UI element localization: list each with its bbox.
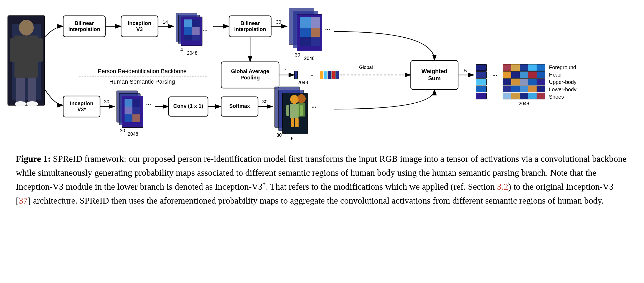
svg-point-151	[297, 94, 306, 103]
svg-rect-11	[38, 38, 43, 62]
svg-rect-63	[336, 71, 339, 79]
svg-text:Human Semantic Parsing: Human Semantic Parsing	[109, 78, 175, 85]
svg-text:30: 30	[104, 99, 109, 104]
svg-text:···: ···	[146, 101, 151, 108]
caption-text: Figure 1: SPReID framework: our proposed…	[16, 152, 628, 208]
svg-rect-46	[300, 37, 311, 46]
page: Bilinear Interpolation Inception V3 14	[0, 0, 644, 283]
svg-rect-126	[132, 99, 140, 107]
svg-text:2048: 2048	[128, 132, 138, 137]
svg-rect-7	[28, 78, 36, 104]
svg-rect-128	[132, 107, 140, 114]
svg-text:Global Average: Global Average	[231, 68, 269, 74]
svg-rect-129	[125, 114, 132, 122]
svg-rect-149	[286, 105, 289, 116]
svg-point-8	[15, 101, 26, 107]
svg-rect-45	[311, 28, 320, 37]
svg-rect-106	[528, 93, 537, 99]
svg-rect-26	[184, 27, 192, 35]
caption-ref2: 37	[19, 196, 28, 205]
svg-rect-27	[192, 27, 200, 35]
svg-text:1: 1	[285, 68, 287, 73]
svg-text:Upper-body: Upper-body	[549, 79, 577, 85]
svg-rect-47	[311, 37, 320, 46]
caption-ref1: 3.2	[497, 182, 508, 192]
svg-text:14: 14	[163, 19, 168, 25]
svg-text:···: ···	[203, 28, 207, 34]
svg-rect-94	[528, 79, 537, 85]
svg-text:2048: 2048	[187, 50, 197, 56]
svg-text:Weighted: Weighted	[422, 68, 448, 74]
svg-rect-73	[476, 72, 487, 78]
svg-rect-24	[184, 19, 192, 27]
figure-label: Figure 1:	[16, 154, 51, 164]
svg-text:5: 5	[291, 136, 294, 141]
svg-rect-25	[192, 19, 200, 27]
svg-text:Global: Global	[359, 65, 373, 70]
svg-rect-107	[537, 93, 545, 99]
svg-rect-147	[291, 118, 294, 127]
svg-rect-61	[328, 71, 331, 79]
svg-rect-57	[294, 71, 298, 79]
svg-rect-59	[320, 71, 323, 79]
svg-text:Inception: Inception	[70, 100, 93, 106]
svg-rect-95	[537, 79, 545, 85]
svg-rect-92	[511, 79, 520, 85]
svg-text:···: ···	[311, 104, 316, 110]
svg-text:Softmax: Softmax	[229, 103, 250, 109]
svg-rect-99	[520, 86, 528, 92]
svg-text:Sum: Sum	[428, 75, 441, 82]
svg-rect-74	[476, 79, 487, 85]
svg-text:Conv (1 x 1): Conv (1 x 1)	[173, 103, 203, 109]
svg-rect-83	[537, 64, 545, 71]
svg-text:Foreground: Foreground	[549, 64, 576, 70]
svg-point-145	[290, 95, 299, 104]
svg-rect-44	[300, 28, 311, 37]
svg-rect-105	[520, 93, 528, 99]
svg-text:V3: V3	[136, 26, 143, 32]
svg-text:30: 30	[276, 19, 281, 25]
svg-rect-100	[528, 86, 537, 92]
svg-rect-87	[520, 72, 528, 78]
svg-text:30: 30	[120, 128, 125, 133]
svg-rect-42	[300, 17, 311, 28]
svg-rect-88	[528, 72, 537, 78]
svg-text:···: ···	[492, 72, 497, 79]
svg-rect-146	[290, 104, 299, 118]
svg-text:Person Re-identification Backb: Person Re-identification Backbone	[98, 68, 187, 74]
svg-rect-85	[503, 72, 511, 78]
svg-rect-10	[10, 38, 15, 62]
svg-rect-29	[192, 35, 200, 41]
svg-text:2048: 2048	[304, 56, 315, 61]
svg-rect-80	[511, 64, 520, 71]
svg-text:Bilinear: Bilinear	[240, 20, 260, 26]
svg-text:Interpolation: Interpolation	[234, 26, 266, 32]
svg-rect-72	[476, 64, 487, 71]
svg-text:Bilinear: Bilinear	[75, 20, 94, 26]
svg-rect-91	[503, 79, 511, 85]
caption-text2: . That refers to the modifications which…	[266, 182, 497, 192]
svg-rect-86	[511, 72, 520, 78]
caption-area: Figure 1: SPReID framework: our proposed…	[0, 147, 644, 216]
svg-rect-79	[503, 64, 511, 71]
svg-rect-127	[125, 107, 132, 114]
svg-rect-82	[528, 64, 537, 71]
svg-text:30: 30	[276, 133, 282, 138]
svg-rect-60	[324, 71, 327, 79]
svg-rect-81	[520, 64, 528, 71]
svg-text:30: 30	[295, 52, 300, 58]
svg-rect-130	[132, 114, 140, 122]
diagram-area: Bilinear Interpolation Inception V3 14	[0, 0, 644, 147]
svg-text:Head: Head	[549, 72, 562, 78]
svg-rect-97	[503, 86, 511, 92]
svg-rect-43	[311, 17, 320, 28]
svg-rect-98	[511, 86, 520, 92]
svg-rect-5	[14, 36, 38, 78]
svg-rect-28	[184, 35, 192, 41]
svg-rect-152	[298, 103, 305, 117]
svg-rect-6	[16, 78, 25, 104]
caption-superscript: *	[263, 181, 266, 188]
svg-text:2048: 2048	[519, 101, 529, 106]
svg-rect-89	[537, 72, 545, 78]
svg-text:2048: 2048	[298, 80, 308, 85]
